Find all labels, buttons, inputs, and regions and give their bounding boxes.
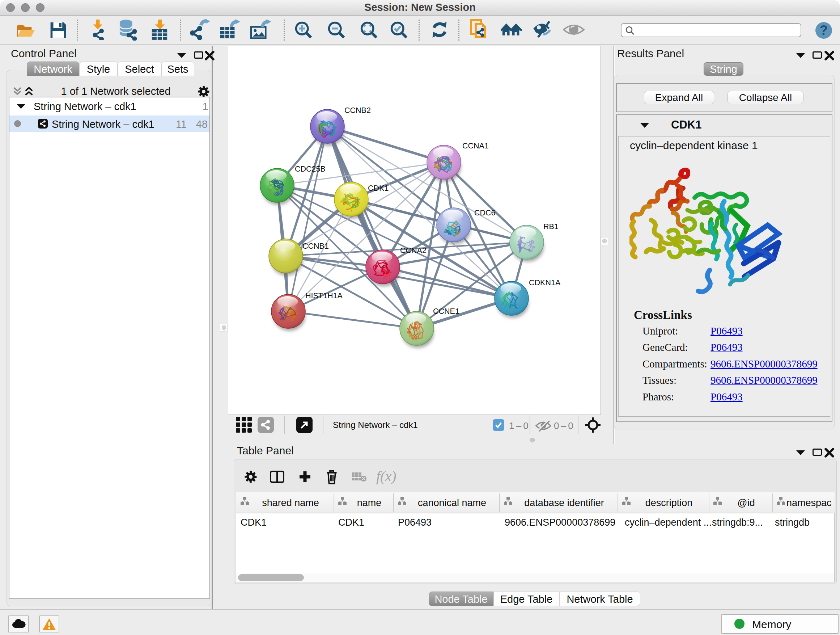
svg-text:CCNB1: CCNB1 (302, 242, 329, 250)
svg-text:CDC6: CDC6 (474, 209, 496, 217)
svg-text:CCNA1: CCNA1 (462, 141, 489, 150)
svg-text:CDC25B: CDC25B (295, 165, 325, 173)
svg-text:CCNE1: CCNE1 (433, 307, 459, 316)
svg-text:RB1: RB1 (543, 222, 559, 231)
svg-text:CCNA2: CCNA2 (400, 246, 426, 255)
svg-text:HIST1H1A: HIST1H1A (305, 291, 343, 300)
svg-text:CCNB2: CCNB2 (344, 106, 371, 115)
svg-text:CDK1: CDK1 (368, 184, 388, 193)
svg-text:CDKN1A: CDKN1A (529, 279, 561, 287)
